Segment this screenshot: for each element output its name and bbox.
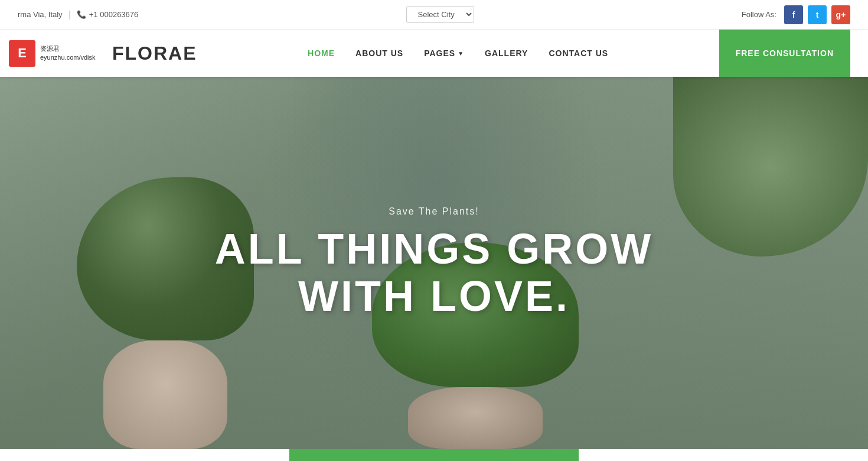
brand-logo[interactable]: FLORAE bbox=[112, 43, 197, 64]
watermark-icon: E bbox=[9, 40, 35, 67]
hero-subtitle: Save The Plants! bbox=[215, 206, 654, 217]
google-button[interactable]: g+ bbox=[831, 5, 850, 24]
nav-contact[interactable]: CONTACT US bbox=[549, 48, 608, 59]
follow-label: Follow As: bbox=[742, 10, 776, 19]
nav-home[interactable]: HOME bbox=[308, 48, 335, 59]
nav-gallery[interactable]: GALLERY bbox=[485, 48, 528, 59]
nav-about[interactable]: ABOUT US bbox=[355, 48, 403, 59]
watermark: E 资源君 eyunzhu.com/vdisk bbox=[0, 30, 105, 77]
phone-text: 📞 +1 000263676 bbox=[77, 10, 139, 19]
facebook-button[interactable]: f bbox=[784, 5, 803, 24]
nav-links: HOME ABOUT US PAGES ▼ GALLERY CONTACT US bbox=[308, 48, 608, 59]
city-selector-wrapper: Select City Rome Milan Venice Florence bbox=[406, 6, 474, 23]
address-text: rma Via, Italy bbox=[18, 10, 63, 19]
watermark-text: 资源君 eyunzhu.com/vdisk bbox=[40, 44, 96, 63]
top-bar-left: rma Via, Italy | 📞 +1 000263676 bbox=[18, 9, 138, 20]
social-links: Follow As: f t g+ bbox=[742, 5, 850, 24]
nav-pages[interactable]: PAGES ▼ bbox=[424, 48, 464, 58]
hero-content: Save The Plants! ALL THINGS GROW WITH LO… bbox=[215, 206, 654, 319]
top-bar: rma Via, Italy | 📞 +1 000263676 Select C… bbox=[0, 0, 868, 30]
card-simple[interactable]: 🐟 SIMPLE PLANTS bbox=[579, 449, 868, 461]
hero-title: ALL THINGS GROW WITH LOVE. bbox=[215, 226, 654, 319]
twitter-button[interactable]: t bbox=[808, 5, 827, 24]
city-select[interactable]: Select City Rome Milan Venice Florence bbox=[406, 6, 474, 23]
free-consultation-button[interactable]: FREE CONSULTATION bbox=[719, 30, 850, 77]
card-indoor[interactable]: ❄ INDOOR PLANTS bbox=[289, 449, 578, 461]
pages-chevron-icon: ▼ bbox=[458, 50, 464, 57]
phone-icon: 📞 bbox=[77, 10, 86, 19]
card-cactus[interactable]: 🌿 CACTUS INDOOR bbox=[0, 449, 289, 461]
navbar: E 资源君 eyunzhu.com/vdisk FLORAE HOME ABOU… bbox=[0, 30, 868, 77]
hero-section: Save The Plants! ALL THINGS GROW WITH LO… bbox=[0, 77, 868, 449]
hero-plant-right bbox=[673, 77, 868, 301]
bottom-cards: 🌿 CACTUS INDOOR ❄ INDOOR PLANTS 🐟 SIMPLE… bbox=[0, 449, 868, 461]
